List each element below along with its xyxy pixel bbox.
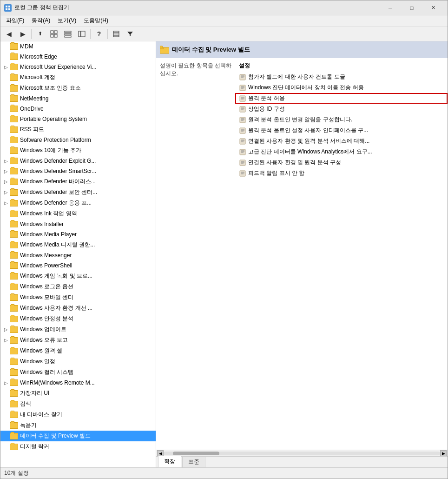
svg-rect-20 — [160, 46, 163, 48]
tree-item[interactable]: ▷Windows Defender 응용 프... — [0, 198, 156, 208]
setting-item[interactable]: 상업용 ID 구성 — [235, 104, 448, 114]
setting-item[interactable]: Windows 진단 데이터에서 장치 이름 전송 허용 — [235, 82, 448, 93]
tree-item[interactable]: ▷Microsoft User Experience Vi... — [0, 62, 156, 72]
tab-standard[interactable]: 표준 — [182, 456, 205, 467]
tree-expand-icon[interactable]: ▷ — [2, 326, 10, 333]
tree-item[interactable]: Windows 원격 셸 — [0, 346, 156, 356]
folder-icon — [10, 422, 18, 429]
up-button[interactable]: ⬆ — [33, 28, 46, 40]
folder-icon — [10, 126, 18, 133]
setting-item[interactable]: 연결된 사용자 환경 및 원격 분석 구성 — [235, 157, 448, 168]
back-button[interactable]: ◀ — [2, 28, 15, 40]
forward-button[interactable]: ▶ — [16, 28, 29, 40]
help-button[interactable]: ? — [92, 28, 105, 40]
setting-item[interactable]: 원격 분석 허용 — [235, 93, 448, 104]
tree-item[interactable]: Windows PowerShell — [0, 260, 156, 271]
tree-expand-icon[interactable]: ▷ — [2, 63, 10, 71]
scrollbar-thumb[interactable] — [173, 452, 219, 455]
tree-item[interactable]: 가장자리 UI — [0, 388, 156, 399]
setting-item[interactable]: 고급 진단 데이터를 Windows Analytics에서 요구... — [235, 146, 448, 157]
tree-item[interactable]: Windows 안정성 분석 — [0, 313, 156, 324]
svg-rect-3 — [8, 8, 10, 10]
tree-item[interactable]: Windows 컬러 시스템 — [0, 367, 156, 378]
tree-item[interactable]: Windows 모바일 센터 — [0, 292, 156, 303]
tree-item[interactable]: Windows 로그온 옵션 — [0, 281, 156, 292]
minimize-button[interactable]: ─ — [380, 0, 401, 15]
setting-item-label: 피드백 알림 표시 안 함 — [248, 169, 304, 177]
tree-item[interactable]: Windows Media 디지털 권한... — [0, 240, 156, 250]
tree-item[interactable]: 녹음기 — [0, 420, 156, 431]
right-header-title: 데이터 수집 및 Preview 빌드 — [172, 46, 250, 54]
tab-bar: 확장 표준 — [156, 456, 448, 467]
tree-item[interactable]: ▷WinRM(Windows Remote M... — [0, 378, 156, 388]
tree-item-label: Windows 사용자 환경 개선 ... — [20, 304, 92, 312]
menu-file[interactable]: 파일(F) — [2, 16, 28, 26]
tree-item[interactable]: Windows Media Player — [0, 229, 156, 240]
tree-item-label: 검색 — [20, 400, 31, 408]
tree-expand-icon[interactable]: ▷ — [2, 167, 10, 175]
tree-expand-icon[interactable]: ▷ — [2, 379, 10, 386]
folder-icon — [10, 262, 18, 269]
toolbar-separator-3 — [107, 29, 108, 39]
close-button[interactable]: ✕ — [422, 0, 444, 15]
tree-item[interactable]: Portable Operating System — [0, 114, 156, 124]
scroll-right-button[interactable]: ▶ — [440, 450, 447, 457]
tree-item[interactable]: ▷Windows Defender SmartScr... — [0, 166, 156, 176]
properties-button[interactable] — [110, 28, 123, 40]
folder-icon — [10, 189, 18, 196]
tree-item[interactable]: Windows 10에 기능 추가 — [0, 145, 156, 156]
tree-item[interactable]: Windows 게임 녹화 및 브로... — [0, 271, 156, 281]
tree-item[interactable]: ▷Windows Defender 보안 센터... — [0, 187, 156, 198]
tree-item[interactable]: Microsoft 계정 — [0, 72, 156, 83]
svg-rect-1 — [8, 6, 10, 7]
right-description: 설명이 필요한 항목을 선택하십시오. — [156, 58, 235, 450]
tree-item[interactable]: ▷Windows Defender 바이러스... — [0, 176, 156, 187]
tree-item[interactable]: MDM — [0, 41, 156, 52]
filter-button[interactable] — [124, 28, 137, 40]
tree-item[interactable]: ▷Windows 오류 보고 — [0, 335, 156, 346]
tree-item[interactable]: ▷Windows Defender Exploit G... — [0, 156, 156, 166]
setting-item[interactable]: 원격 분석 옵트인 변경 알림을 구성합니다. — [235, 114, 448, 125]
tree-item-label: 디지털 락커 — [20, 443, 49, 451]
left-pane[interactable]: MDM Microsoft Edge▷Microsoft User Experi… — [0, 41, 156, 467]
menu-action[interactable]: 동작(A) — [28, 16, 54, 26]
list-button[interactable] — [61, 28, 74, 40]
tree-expand-icon[interactable]: ▷ — [2, 200, 10, 207]
tree-expand-icon[interactable]: ▷ — [2, 189, 10, 196]
menu-view[interactable]: 보기(V) — [54, 16, 80, 26]
tree-expand-icon[interactable]: ▷ — [2, 178, 10, 186]
right-settings[interactable]: 설정 참가자 빌드에 대한 사용자 컨트롤 토글Windows 진단 데이터에서… — [235, 58, 448, 450]
tree-item[interactable]: Windows Messenger — [0, 250, 156, 260]
tree-item[interactable]: Microsoft Edge — [0, 52, 156, 62]
setting-item[interactable]: 원격 분석 옵트인 설정 사용자 인터페이스를 구... — [235, 125, 448, 136]
setting-item[interactable]: 연결된 사용자 환경 및 원격 분석 서비스에 대해... — [235, 136, 448, 146]
tree-item[interactable]: Microsoft 보조 인증 요소 — [0, 83, 156, 93]
tree-item[interactable]: Software Protection Platform — [0, 135, 156, 145]
tree-item[interactable]: Windows Installer — [0, 219, 156, 229]
horizontal-scrollbar[interactable]: ◀ ▶ — [156, 450, 448, 456]
tree-item[interactable]: NetMeeting — [0, 93, 156, 104]
tree-expand-icon[interactable]: ▷ — [2, 157, 10, 165]
show-hide-button[interactable] — [47, 28, 60, 40]
svg-rect-21 — [240, 74, 245, 80]
tree-item[interactable]: Windows 일정 — [0, 356, 156, 367]
menu-help[interactable]: 도움말(H) — [80, 16, 112, 26]
tree-item[interactable]: Windows 사용자 환경 개선 ... — [0, 303, 156, 313]
maximize-button[interactable]: □ — [401, 0, 422, 15]
tree-item[interactable]: ▷Windows 업데이트 — [0, 324, 156, 335]
setting-item-label: 원격 분석 옵트인 변경 알림을 구성합니다. — [248, 116, 352, 124]
tree-item[interactable]: OneDrive — [0, 104, 156, 114]
tab-extended[interactable]: 확장 — [158, 456, 181, 467]
tree-item[interactable]: 내 디바이스 찾기 — [0, 409, 156, 420]
tree-item-label: Windows 업데이트 — [20, 326, 66, 333]
tree-item[interactable]: 디지털 락커 — [0, 441, 156, 452]
detail-button[interactable] — [75, 28, 88, 40]
tree-expand-icon[interactable]: ▷ — [2, 337, 10, 344]
tree-item[interactable]: 검색 — [0, 399, 156, 409]
tree-item[interactable]: RSS 피드 — [0, 124, 156, 135]
tree-item[interactable]: 데이터 수집 및 Preview 빌드 — [0, 431, 156, 441]
tree-item-label: Portable Operating System — [20, 116, 87, 122]
setting-item[interactable]: 피드백 알림 표시 안 함 — [235, 168, 448, 179]
setting-item[interactable]: 참가자 빌드에 대한 사용자 컨트롤 토글 — [235, 72, 448, 82]
tree-item[interactable]: Windows Ink 작업 영역 — [0, 208, 156, 219]
